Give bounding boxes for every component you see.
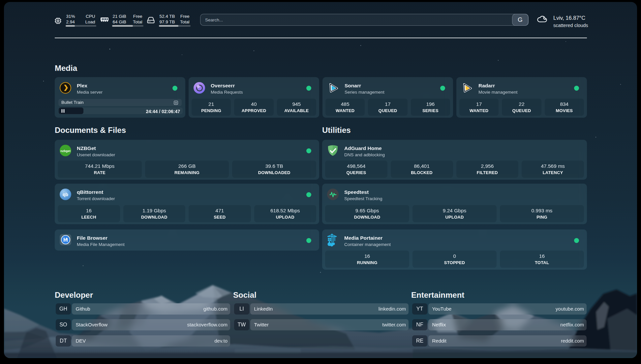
svg-text:nzbget: nzbget xyxy=(60,149,71,153)
svg-text:qb: qb xyxy=(63,192,68,197)
